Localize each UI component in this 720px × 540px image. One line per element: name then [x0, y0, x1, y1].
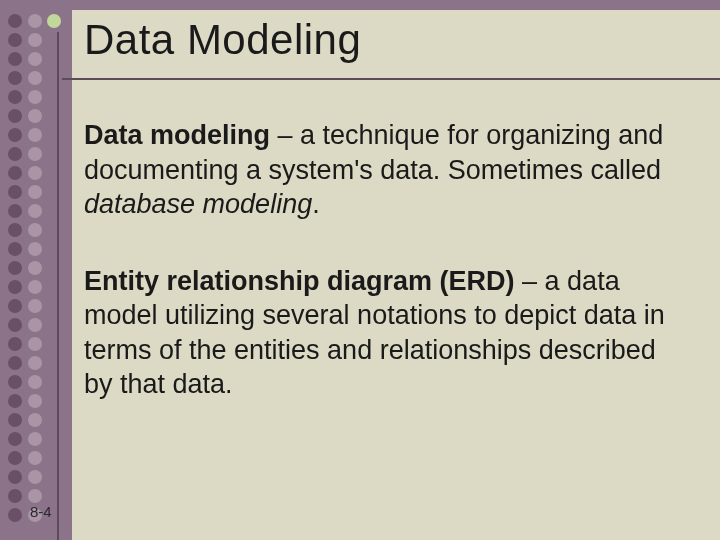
dot-icon — [8, 470, 22, 484]
dot-icon — [8, 299, 22, 313]
dot-icon — [8, 109, 22, 123]
dot-icon — [28, 14, 42, 28]
dot-icon — [28, 71, 42, 85]
dot-icon — [8, 432, 22, 446]
dot-icon — [8, 337, 22, 351]
dot-icon — [8, 242, 22, 256]
dot-icon — [28, 128, 42, 142]
dot-icon — [28, 261, 42, 275]
dot-icon — [28, 166, 42, 180]
dot-icon — [28, 318, 42, 332]
dot-icon — [28, 52, 42, 66]
page-number: 8-4 — [30, 503, 52, 520]
dot-icon — [8, 261, 22, 275]
dot-column-dark — [6, 14, 24, 527]
dot-icon — [8, 413, 22, 427]
accent-dot-icon — [47, 14, 61, 28]
dot-icon — [28, 90, 42, 104]
dot-icon — [28, 242, 42, 256]
dot-icon — [28, 432, 42, 446]
dot-icon — [28, 413, 42, 427]
dot-icon — [28, 33, 42, 47]
dot-column-light — [26, 14, 44, 527]
dot-icon — [28, 299, 42, 313]
dot-icon — [8, 451, 22, 465]
slide-body: Data modeling – a technique for organizi… — [84, 118, 684, 444]
definition-text: . — [312, 189, 320, 219]
dot-icon — [8, 394, 22, 408]
dot-icon — [28, 489, 42, 503]
dot-icon — [28, 109, 42, 123]
slide-title: Data Modeling — [84, 16, 361, 64]
dot-icon — [28, 204, 42, 218]
term-erd: Entity relationship diagram (ERD) — [84, 266, 515, 296]
title-underline — [62, 78, 720, 80]
dot-icon — [8, 508, 22, 522]
dot-icon — [28, 223, 42, 237]
dot-icon — [28, 470, 42, 484]
dot-icon — [8, 318, 22, 332]
dot-icon — [28, 356, 42, 370]
dot-icon — [28, 280, 42, 294]
dot-icon — [28, 185, 42, 199]
top-stripe-decoration — [0, 0, 720, 10]
italic-database-modeling: database modeling — [84, 189, 312, 219]
dot-icon — [8, 356, 22, 370]
dot-icon — [8, 185, 22, 199]
dot-icon — [8, 147, 22, 161]
dot-icon — [8, 280, 22, 294]
dot-icon — [28, 394, 42, 408]
dot-icon — [28, 375, 42, 389]
slide-container: Data Modeling Data modeling – a techniqu… — [0, 0, 720, 540]
dot-icon — [8, 489, 22, 503]
dot-icon — [8, 52, 22, 66]
vertical-divider — [57, 32, 59, 540]
dot-icon — [28, 337, 42, 351]
dot-icon — [8, 90, 22, 104]
dot-icon — [8, 71, 22, 85]
dot-icon — [8, 166, 22, 180]
definition-paragraph-2: Entity relationship diagram (ERD) – a da… — [84, 264, 684, 402]
dot-icon — [8, 204, 22, 218]
dot-icon — [28, 451, 42, 465]
dot-icon — [8, 375, 22, 389]
definition-paragraph-1: Data modeling – a technique for organizi… — [84, 118, 684, 222]
dot-icon — [8, 223, 22, 237]
dot-icon — [8, 14, 22, 28]
dot-icon — [28, 147, 42, 161]
dot-icon — [8, 33, 22, 47]
dot-icon — [8, 128, 22, 142]
term-data-modeling: Data modeling — [84, 120, 270, 150]
